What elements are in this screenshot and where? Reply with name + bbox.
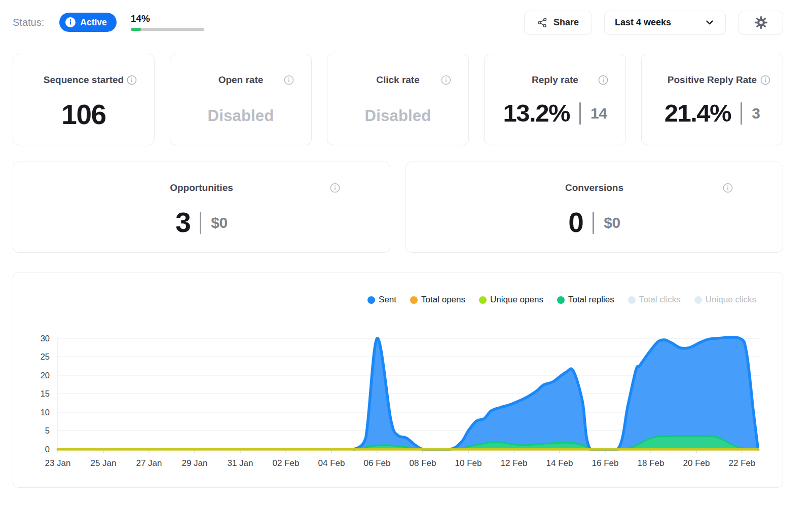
share-button-label: Share xyxy=(553,17,579,28)
legend-dot-icon xyxy=(694,296,702,304)
info-icon[interactable] xyxy=(598,75,608,85)
header-bar: Status: Active 14% xyxy=(13,10,783,34)
card-value-disabled: Disabled xyxy=(170,107,311,125)
card-secondary-value: 3 xyxy=(752,105,760,122)
legend-label: Sent xyxy=(379,295,396,305)
analytics-chart-card: SentTotal opensUnique opensTotal replies… xyxy=(13,272,783,488)
card-title: Opportunities xyxy=(170,182,233,193)
y-axis-tick-label: 5 xyxy=(45,426,50,435)
date-range-value: Last 4 weeks xyxy=(615,17,671,28)
series-area-sent xyxy=(354,337,758,449)
card-value: 3 xyxy=(175,209,190,237)
card-title: Open rate xyxy=(218,74,264,85)
y-axis-tick-label: 15 xyxy=(41,389,50,398)
legend-label: Total opens xyxy=(421,295,465,305)
card-secondary-value: $0 xyxy=(211,214,227,231)
progress-bar-fill xyxy=(131,28,141,31)
legend-label: Unique opens xyxy=(490,295,543,305)
card-value: 106 xyxy=(61,101,105,129)
info-icon[interactable] xyxy=(441,75,451,85)
x-axis-tick-label: 29 Jan xyxy=(181,458,207,468)
card-reply-rate: Reply rate 13.2% 14 xyxy=(484,54,626,145)
card-secondary-value: $0 xyxy=(604,214,620,231)
card-value: 0 xyxy=(568,209,583,237)
card-sequence-started: Sequence started 106 xyxy=(13,54,155,145)
legend-dot-icon xyxy=(479,296,487,304)
progress-group: 14% xyxy=(131,14,204,31)
info-icon[interactable] xyxy=(127,75,137,85)
info-icon xyxy=(65,17,76,27)
info-icon[interactable] xyxy=(723,183,733,193)
progress-percent: 14% xyxy=(131,14,204,23)
gear-icon xyxy=(754,15,768,30)
x-axis-tick-label: 23 Jan xyxy=(45,458,70,468)
card-title: Reply rate xyxy=(532,74,578,85)
x-axis-tick-label: 16 Feb xyxy=(592,458,619,468)
card-title: Click rate xyxy=(376,74,420,85)
y-axis-tick-label: 20 xyxy=(41,371,50,380)
card-conversions: Conversions 0 $0 xyxy=(405,162,783,253)
stats-row: Sequence started 106 Open rate Disabled … xyxy=(13,54,783,145)
legend-dot-icon xyxy=(628,296,636,304)
x-axis-tick-label: 18 Feb xyxy=(638,458,665,468)
value-divider xyxy=(200,212,201,234)
chevron-down-icon xyxy=(704,17,715,28)
x-axis-tick-label: 06 Feb xyxy=(364,458,391,468)
y-axis-tick-label: 25 xyxy=(41,352,50,361)
info-icon[interactable] xyxy=(330,183,340,193)
legend-label: Total replies xyxy=(568,295,614,305)
status-badge[interactable]: Active xyxy=(59,13,117,32)
legend-item-unique-clicks[interactable]: Unique clicks xyxy=(694,295,756,305)
y-axis-tick-label: 10 xyxy=(41,408,50,417)
analytics-area-chart[interactable]: 05101520253023 Jan25 Jan27 Jan29 Jan31 J… xyxy=(13,311,783,484)
card-value-disabled: Disabled xyxy=(327,107,468,125)
legend-dot-icon xyxy=(367,296,375,304)
dashboard: Status: Active 14% xyxy=(13,10,783,488)
value-divider xyxy=(579,102,581,125)
card-value: 13.2% xyxy=(503,101,570,126)
card-secondary-value: 14 xyxy=(590,105,607,122)
y-axis-tick-label: 0 xyxy=(45,445,50,454)
x-axis-tick-label: 02 Feb xyxy=(273,458,300,468)
card-title: Positive Reply Rate xyxy=(668,74,757,85)
card-opportunities: Opportunities 3 $0 xyxy=(13,162,390,253)
share-icon xyxy=(537,17,548,28)
legend-label: Total clicks xyxy=(639,295,681,305)
legend-dot-icon xyxy=(410,296,418,304)
legend-dot-icon xyxy=(557,296,565,304)
legend-item-total-clicks[interactable]: Total clicks xyxy=(628,295,681,305)
share-button[interactable]: Share xyxy=(524,11,592,34)
x-axis-tick-label: 04 Feb xyxy=(318,458,345,468)
x-axis-tick-label: 22 Feb xyxy=(729,458,756,468)
legend-item-sent[interactable]: Sent xyxy=(367,295,396,305)
legend-item-total-opens[interactable]: Total opens xyxy=(410,295,465,305)
wide-stats-row: Opportunities 3 $0 Conversions 0 xyxy=(13,162,783,253)
progress-bar xyxy=(131,28,204,31)
value-divider xyxy=(593,212,594,234)
card-positive-reply-rate: Positive Reply Rate 21.4% 3 xyxy=(641,54,783,145)
date-range-select[interactable]: Last 4 weeks xyxy=(604,11,726,34)
legend-item-total-replies[interactable]: Total replies xyxy=(557,295,614,305)
info-icon[interactable] xyxy=(760,75,770,85)
card-open-rate: Open rate Disabled xyxy=(170,54,312,145)
legend-item-unique-opens[interactable]: Unique opens xyxy=(479,295,543,305)
status-label: Status: xyxy=(13,17,44,28)
card-value: 21.4% xyxy=(665,101,731,126)
x-axis-tick-label: 25 Jan xyxy=(90,458,116,468)
info-icon[interactable] xyxy=(284,75,294,85)
x-axis-tick-label: 14 Feb xyxy=(546,458,573,468)
card-click-rate: Click rate Disabled xyxy=(327,54,469,145)
value-divider xyxy=(741,102,742,125)
x-axis-tick-label: 27 Jan xyxy=(136,458,162,468)
card-title: Conversions xyxy=(565,182,623,193)
x-axis-tick-label: 12 Feb xyxy=(501,458,528,468)
x-axis-tick-label: 10 Feb xyxy=(455,458,482,468)
settings-button[interactable] xyxy=(739,11,783,34)
x-axis-tick-label: 08 Feb xyxy=(410,458,436,468)
x-axis-tick-label: 20 Feb xyxy=(683,458,710,468)
card-title: Sequence started xyxy=(44,74,124,85)
status-badge-label: Active xyxy=(80,17,107,28)
chart-legend: SentTotal opensUnique opensTotal replies… xyxy=(367,295,756,305)
y-axis-tick-label: 30 xyxy=(41,334,50,343)
legend-label: Unique clicks xyxy=(706,295,756,305)
